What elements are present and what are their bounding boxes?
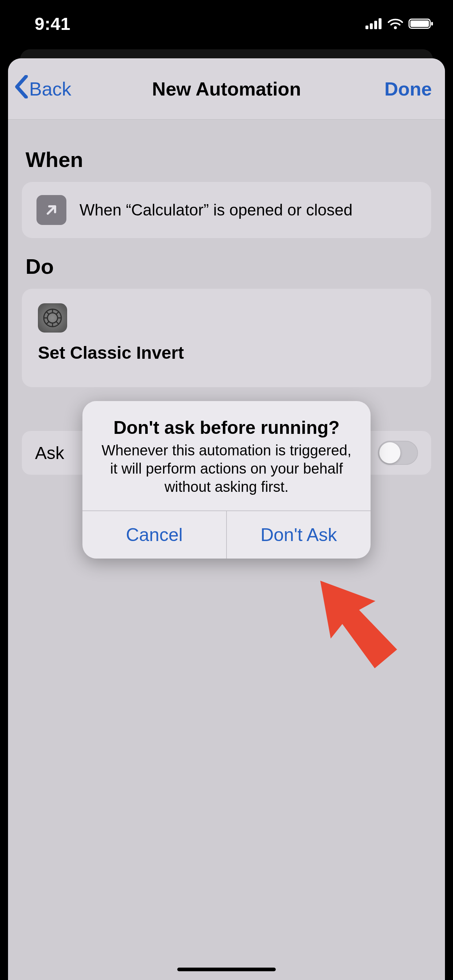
status-icons [365, 18, 434, 30]
svg-line-14 [46, 312, 49, 314]
ask-toggle[interactable] [378, 441, 418, 465]
back-label: Back [29, 78, 72, 100]
svg-rect-3 [379, 18, 381, 29]
do-action-title: Set Classic Invert [38, 343, 184, 363]
battery-icon [408, 18, 434, 30]
confirm-dialog: Don't ask before running? Whenever this … [83, 401, 370, 558]
dialog-title: Don't ask before running? [100, 417, 353, 438]
back-button[interactable]: Back [14, 75, 72, 103]
when-text: When “Calculator” is opened or closed [80, 200, 353, 220]
svg-line-15 [56, 321, 59, 324]
ask-label: Ask [35, 443, 64, 463]
wifi-icon [388, 18, 404, 30]
toggle-knob [379, 442, 400, 463]
nav-bar: Back New Automation Done [8, 58, 445, 119]
cellular-icon [365, 18, 382, 29]
svg-rect-1 [370, 23, 373, 29]
do-header: Do [26, 254, 427, 278]
home-indicator[interactable] [177, 967, 276, 971]
do-card[interactable]: Set Classic Invert [22, 289, 431, 387]
status-bar: 9:41 [0, 0, 453, 48]
dialog-body: Don't ask before running? Whenever this … [83, 401, 370, 511]
settings-icon [38, 303, 67, 332]
svg-line-16 [56, 312, 59, 314]
svg-rect-6 [410, 21, 429, 27]
chevron-left-icon [14, 75, 29, 103]
dont-ask-button[interactable]: Don't Ask [226, 511, 370, 558]
done-button[interactable]: Done [384, 78, 432, 100]
when-card[interactable]: When “Calculator” is opened or closed [22, 182, 431, 238]
dialog-buttons: Cancel Don't Ask [83, 511, 370, 558]
dialog-message: Whenever this automation is triggered, i… [100, 441, 353, 496]
svg-line-17 [46, 321, 49, 324]
svg-rect-7 [431, 22, 433, 25]
page-title: New Automation [152, 78, 301, 100]
status-time: 9:41 [35, 14, 70, 34]
svg-rect-0 [365, 25, 368, 29]
svg-point-9 [48, 313, 57, 323]
cancel-button[interactable]: Cancel [83, 511, 226, 558]
when-header: When [26, 147, 427, 172]
app-open-icon [37, 195, 66, 225]
svg-point-4 [394, 26, 397, 29]
svg-rect-2 [374, 21, 377, 29]
